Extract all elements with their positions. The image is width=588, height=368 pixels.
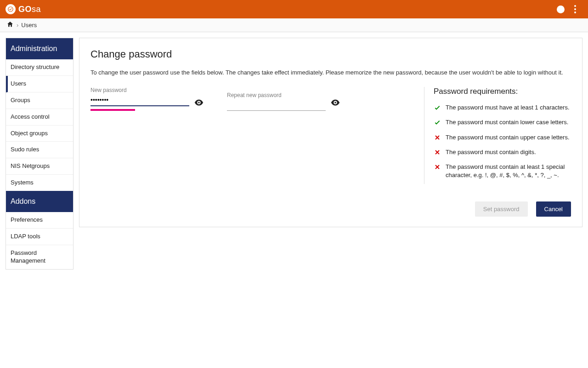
more-menu-icon[interactable] bbox=[568, 5, 582, 13]
toggle-visibility-icon[interactable] bbox=[194, 98, 204, 109]
breadcrumb-item[interactable]: Users bbox=[21, 22, 37, 29]
sidebar-item[interactable]: Object groups bbox=[6, 126, 73, 142]
toggle-visibility-icon[interactable] bbox=[330, 98, 340, 109]
check-icon bbox=[434, 119, 441, 128]
svg-point-0 bbox=[8, 7, 13, 12]
password-requirements: Password requirements: The password must… bbox=[424, 87, 571, 184]
sidebar-item[interactable]: Users bbox=[6, 76, 73, 92]
home-icon[interactable] bbox=[6, 21, 14, 29]
breadcrumb-separator: › bbox=[17, 22, 18, 29]
sidebar-item[interactable]: NIS Netgroups bbox=[6, 158, 73, 175]
requirement-text: The password must contain lower case let… bbox=[446, 118, 568, 126]
intro-text: To change the user password use the fiel… bbox=[90, 69, 571, 77]
close-icon bbox=[434, 149, 441, 158]
requirement-item: The password must contain upper case let… bbox=[434, 133, 571, 144]
requirement-text: The password must contain at least 1 spe… bbox=[446, 163, 571, 179]
requirement-item: The password must contain lower case let… bbox=[434, 118, 571, 128]
sidebar-section-addons: Addons bbox=[6, 191, 73, 212]
status-indicator-icon[interactable] bbox=[553, 6, 568, 13]
main-panel: Change password To change the user passw… bbox=[79, 38, 582, 227]
sidebar-item[interactable]: Sudo rules bbox=[6, 142, 73, 158]
requirements-title: Password requirements: bbox=[434, 87, 571, 96]
repeat-password-input[interactable] bbox=[227, 99, 326, 111]
requirement-item: The password must contain at least 1 spe… bbox=[434, 163, 571, 179]
requirement-text: The password must contain upper case let… bbox=[446, 133, 570, 142]
sidebar-item[interactable]: Groups bbox=[6, 92, 73, 109]
requirement-item: The password must have at least 1 charac… bbox=[434, 104, 571, 114]
check-icon bbox=[434, 104, 441, 114]
sidebar-item[interactable]: Password Management bbox=[6, 245, 73, 269]
logo-text: GOsa bbox=[18, 5, 41, 14]
sidebar: Administration Directory structureUsersG… bbox=[6, 38, 74, 270]
page-title: Change password bbox=[90, 48, 571, 60]
new-password-label: New password bbox=[90, 87, 189, 93]
requirement-text: The password must contain digits. bbox=[446, 148, 536, 156]
sidebar-item[interactable]: Access control bbox=[6, 109, 73, 126]
new-password-input[interactable] bbox=[90, 94, 189, 106]
sidebar-section-administration: Administration bbox=[6, 38, 73, 59]
panel-footer: Set password Cancel bbox=[90, 201, 571, 217]
repeat-password-field: Repeat new password bbox=[227, 87, 340, 111]
sidebar-item[interactable]: Directory structure bbox=[6, 59, 73, 76]
new-password-field: New password bbox=[90, 87, 204, 111]
requirement-text: The password must have at least 1 charac… bbox=[446, 104, 570, 112]
close-icon bbox=[434, 163, 441, 173]
logo-icon bbox=[6, 4, 16, 14]
set-password-button[interactable]: Set password bbox=[475, 201, 528, 217]
sidebar-item[interactable]: Systems bbox=[6, 175, 73, 191]
password-strength-bar bbox=[90, 109, 189, 111]
requirement-item: The password must contain digits. bbox=[434, 148, 571, 158]
sidebar-item[interactable]: LDAP tools bbox=[6, 229, 73, 245]
breadcrumb: › Users bbox=[0, 18, 588, 32]
cancel-button[interactable]: Cancel bbox=[536, 201, 571, 217]
app-logo[interactable]: GOsa bbox=[6, 4, 41, 14]
sidebar-item[interactable]: Preferences bbox=[6, 212, 73, 229]
repeat-password-label: Repeat new password bbox=[227, 92, 326, 98]
close-icon bbox=[434, 134, 441, 144]
top-bar: GOsa bbox=[0, 0, 588, 18]
